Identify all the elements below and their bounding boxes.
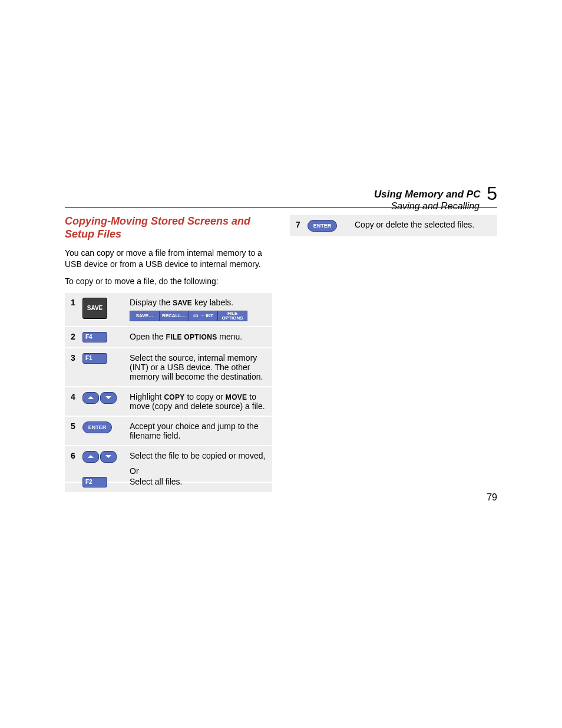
step-key-3: F1: [82, 353, 130, 364]
updown-key-icon: [82, 392, 117, 404]
step-desc-7: Copy or delete the selected files.: [355, 220, 491, 229]
step-num-2: 2: [71, 332, 82, 341]
step-desc-2: Open the FILE OPTIONS menu.: [130, 332, 266, 341]
step-row-7: 7 ENTER Copy or delete the selected file…: [290, 215, 497, 236]
steps-table-right: 7 ENTER Copy or delete the selected file…: [290, 215, 497, 236]
down-arrow-icon: [100, 392, 117, 404]
step-desc-6b: Select all files.: [130, 477, 266, 486]
chapter-number: 5: [483, 183, 497, 204]
step-key-7: ENTER: [308, 220, 355, 232]
up-arrow-icon: [82, 392, 99, 404]
step-desc-5: Accept your choice and jump to the filen…: [130, 421, 266, 440]
step-key-5: ENTER: [82, 421, 130, 433]
save-key-icon: SAVE: [82, 298, 107, 319]
f2-key-icon: F2: [82, 477, 107, 487]
steps-table-left: 1 SAVE Display the SAVE key labels. SAVE…: [65, 293, 272, 492]
step-desc-3: Select the source, internal memory (INT)…: [130, 353, 266, 381]
step-num-6: 6: [71, 451, 82, 460]
step-num-7: 7: [296, 220, 308, 229]
right-column: 7 ENTER Copy or delete the selected file…: [290, 215, 497, 492]
step-row-3: 3 F1 Select the source, internal memory …: [65, 348, 272, 387]
step-num-1: 1: [71, 298, 82, 307]
lead-paragraph: To copy or to move a file, do the follow…: [65, 276, 272, 287]
step-row-1: 1 SAVE Display the SAVE key labels. SAVE…: [65, 293, 272, 327]
step-key-2: F4: [82, 332, 130, 342]
step-row-5: 5 ENTER Accept your choice and jump to t…: [65, 417, 272, 446]
page-number: 79: [487, 492, 497, 503]
step-desc-4: Highlight COPY to copy or MOVE to move (…: [130, 392, 266, 411]
step-desc-6: Select the file to be copied or moved, O…: [130, 451, 266, 477]
header-title: Using Memory and PC: [374, 189, 480, 200]
step-desc-1: Display the SAVE key labels. SAVE… RECAL…: [130, 298, 266, 321]
step-num-5: 5: [71, 421, 82, 431]
updown-key-icon-2: [82, 451, 117, 463]
header-subtitle: Saving and Recalling: [65, 201, 497, 212]
enter-key-icon: ENTER: [82, 421, 112, 433]
down-arrow-icon-2: [100, 451, 117, 463]
up-arrow-icon-2: [82, 451, 99, 463]
softkey-save: SAVE…: [130, 311, 160, 321]
step-key-6b: F2: [82, 477, 130, 487]
step-key-4: [82, 392, 130, 404]
step-key-6a: [82, 451, 130, 463]
softkey-int: ▭ → INT: [189, 311, 219, 321]
step-num-4: 4: [71, 392, 82, 401]
header-rule: [65, 207, 497, 208]
softkey-recall: RECALL…: [160, 311, 189, 321]
section-title: Copying-Moving Stored Screens and Setup …: [65, 215, 272, 241]
left-column: Copying-Moving Stored Screens and Setup …: [65, 215, 272, 492]
softkey-file-options: FILEOPTIONS: [218, 311, 247, 321]
step-row-2: 2 F4 Open the FILE OPTIONS menu.: [65, 327, 272, 348]
f4-key-icon: F4: [82, 332, 107, 342]
step-6-or: Or: [130, 466, 266, 476]
enter-key-icon-2: ENTER: [308, 220, 337, 232]
step-num-3: 3: [71, 353, 82, 363]
intro-paragraph: You can copy or move a file from interna…: [65, 248, 272, 270]
step-row-4: 4 Highlight COPY to copy or MOVE to move…: [65, 387, 272, 417]
step-row-6b: F2 Select all files.: [65, 477, 272, 492]
softkey-menubar: SAVE… RECALL… ▭ → INT FILEOPTIONS: [130, 311, 247, 321]
step-key-1: SAVE: [82, 298, 130, 319]
f1-key-icon: F1: [82, 353, 107, 364]
